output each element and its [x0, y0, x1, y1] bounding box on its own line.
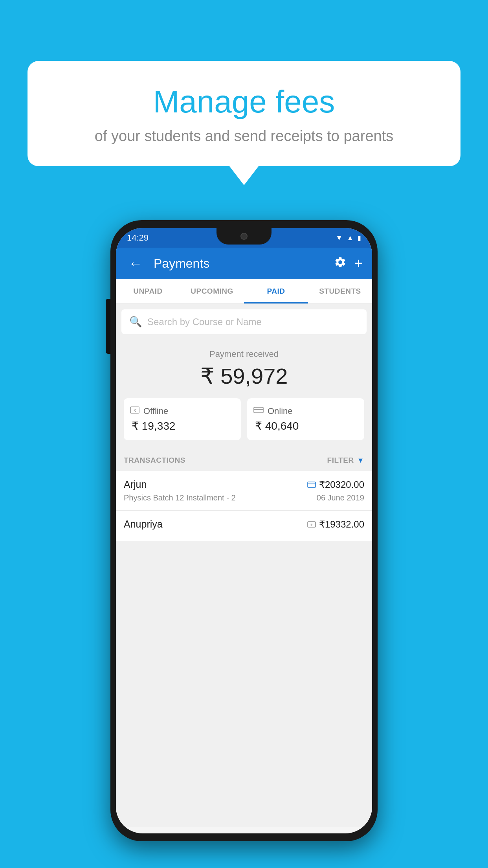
- offline-amount: ₹ 19,332: [130, 419, 175, 432]
- card-payment-icon: [307, 482, 316, 488]
- transaction-date: 06 June 2019: [317, 493, 364, 502]
- bubble-title: Manage fees: [47, 85, 441, 119]
- app-bar-title: Payments: [154, 256, 326, 271]
- search-bar-container: 🔍 Search by Course or Name: [121, 309, 367, 334]
- settings-button[interactable]: [334, 256, 347, 271]
- payment-received-label: Payment received: [124, 349, 364, 359]
- tabs-container: UNPAID UPCOMING PAID STUDENTS: [116, 279, 372, 304]
- payment-cards: ₹ Offline ₹ 19,332: [124, 398, 364, 440]
- payment-section: Payment received ₹ 59,972 ₹: [116, 340, 372, 448]
- search-icon: 🔍: [129, 316, 142, 328]
- back-button[interactable]: ←: [125, 252, 146, 275]
- tab-upcoming[interactable]: UPCOMING: [180, 279, 244, 303]
- add-button[interactable]: +: [354, 255, 363, 272]
- transaction-amount-wrap: ₹ ₹19332.00: [307, 519, 364, 530]
- gear-icon: [334, 256, 347, 268]
- speech-bubble: Manage fees of your students and send re…: [28, 61, 460, 166]
- app-bar-actions: +: [334, 255, 363, 272]
- wifi-icon: ▼: [336, 234, 343, 242]
- cash-payment-icon: ₹: [307, 521, 316, 528]
- camera-dot: [240, 233, 248, 240]
- transaction-amount: ₹19332.00: [319, 519, 364, 530]
- transaction-row-1: Anupriya ₹ ₹19332.00: [124, 519, 364, 530]
- transaction-row-2: Physics Batch 12 Installment - 2 06 June…: [124, 493, 364, 502]
- transaction-detail: Physics Batch 12 Installment - 2: [124, 493, 236, 502]
- transaction-item[interactable]: Anupriya ₹ ₹19332.00: [116, 511, 372, 541]
- transactions-header: TRANSACTIONS FILTER ▼: [116, 448, 372, 471]
- phone-container: 14:29 ▼ ▲ ▮ ← Payments + UNPAID: [110, 220, 378, 841]
- transactions-label: TRANSACTIONS: [124, 456, 185, 465]
- svg-text:₹: ₹: [310, 523, 313, 527]
- tab-students[interactable]: STUDENTS: [308, 279, 372, 303]
- filter-icon: ▼: [357, 456, 364, 465]
- payment-total-amount: ₹ 59,972: [124, 363, 364, 389]
- status-time: 14:29: [127, 233, 149, 243]
- svg-rect-4: [308, 482, 316, 487]
- transaction-name: Anupriya: [124, 519, 163, 530]
- online-amount: ₹ 40,640: [253, 419, 299, 432]
- filter-label: FILTER: [327, 456, 354, 465]
- battery-icon: ▮: [358, 234, 361, 242]
- transaction-amount: ₹20320.00: [319, 479, 364, 490]
- online-label: Online: [268, 406, 293, 416]
- svg-text:₹: ₹: [134, 408, 136, 413]
- offline-card-header: ₹ Offline: [130, 406, 168, 416]
- transaction-name: Arjun: [124, 479, 147, 490]
- content-area: 🔍 Search by Course or Name Payment recei…: [116, 304, 372, 827]
- online-card-header: Online: [253, 406, 293, 416]
- app-bar: ← Payments +: [116, 248, 372, 279]
- svg-rect-2: [254, 407, 263, 413]
- phone-screen: 14:29 ▼ ▲ ▮ ← Payments + UNPAID: [116, 228, 372, 833]
- online-icon: [253, 406, 264, 416]
- transaction-amount-wrap: ₹20320.00: [307, 479, 364, 490]
- offline-icon: ₹: [130, 406, 139, 416]
- offline-card: ₹ Offline ₹ 19,332: [124, 398, 241, 440]
- filter-button[interactable]: FILTER ▼: [327, 456, 364, 465]
- phone-notch: [216, 228, 272, 245]
- tab-paid[interactable]: PAID: [244, 279, 308, 303]
- status-icons: ▼ ▲ ▮: [336, 234, 361, 242]
- offline-label: Offline: [143, 406, 168, 416]
- transaction-row-1: Arjun ₹20320.00: [124, 479, 364, 490]
- transaction-item[interactable]: Arjun ₹20320.00 Physics Batch 12 Install…: [116, 471, 372, 511]
- online-card: Online ₹ 40,640: [247, 398, 364, 440]
- signal-icon: ▲: [347, 234, 354, 242]
- search-placeholder-text[interactable]: Search by Course or Name: [147, 316, 262, 327]
- bubble-subtitle: of your students and send receipts to pa…: [47, 128, 441, 145]
- tab-unpaid[interactable]: UNPAID: [116, 279, 180, 303]
